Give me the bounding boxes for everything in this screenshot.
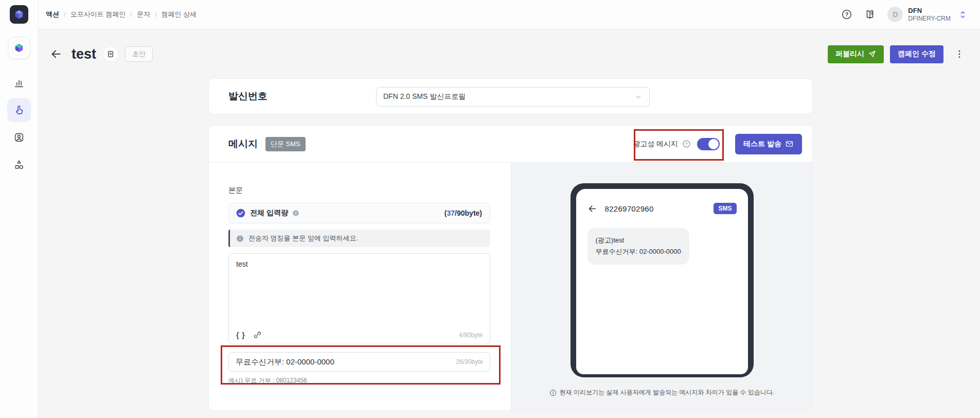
send-icon [868, 50, 876, 58]
breadcrumb-item-sms[interactable]: 문자 [137, 10, 150, 19]
ad-message-help-icon[interactable]: ? [682, 140, 691, 148]
shapes-icon [13, 159, 25, 170]
account-name: DFN [908, 7, 951, 15]
phone-mockup: 82269702960 SMS (광고)test 무료수신거부: 02-0000… [571, 183, 754, 377]
total-input-box: 전체 입력량 (37/90byte) [228, 203, 490, 223]
info-icon [236, 235, 244, 242]
message-body-textarea[interactable]: test [229, 254, 490, 322]
check-circle-icon [236, 208, 246, 218]
sender-profile-value: DFN 2.0 SMS 발신프로필 [383, 92, 466, 101]
svg-text:?: ? [845, 12, 848, 18]
breadcrumb-item-actions[interactable]: 액션 [46, 10, 59, 19]
sidebar [0, 0, 39, 418]
message-body-field: test { } 4/90byte [228, 253, 490, 344]
sender-number-card: 발신번호 DFN 2.0 SMS 발신프로필 [208, 78, 813, 114]
workspace-logo[interactable] [8, 37, 30, 59]
message-title: 메시지 [228, 137, 258, 151]
info-outline-icon [549, 389, 557, 396]
breadcrumb-item-offsite-campaign[interactable]: 오프사이트 캠페인 [70, 10, 126, 19]
info-icon[interactable] [292, 210, 299, 217]
preview-sender-number: 82269702960 [605, 204, 654, 213]
sender-name-notice-text: 전송자 명칭을 본문 앞에 입력하세요. [248, 234, 358, 243]
preview-message-bubble: (광고)test 무료수신거부: 02-0000-0000 [587, 228, 689, 265]
account-switcher[interactable]: D DFN DFINERY-CRM [887, 7, 967, 22]
message-card-header: 메시지 단문 SMS 광고성 메시지 ? 테스트 발송 [209, 126, 812, 163]
breadcrumb-separator: / [64, 11, 66, 19]
optout-field: 26/30byte [228, 352, 490, 372]
back-arrow-icon[interactable] [50, 48, 62, 60]
page-title: test [72, 46, 96, 62]
header-actions: 퍼블리시 캠페인 수정 [828, 45, 967, 63]
page-header: test 초안 퍼블리시 캠페인 수정 [50, 43, 967, 65]
envelope-icon [785, 140, 794, 148]
message-card: 메시지 단문 SMS 광고성 메시지 ? 테스트 발송 [208, 125, 813, 411]
body-byte-count: 4/90byte [459, 332, 483, 339]
chevron-updown-icon [959, 10, 967, 19]
avatar: D [887, 7, 903, 22]
sender-number-label: 발신번호 [228, 90, 268, 103]
sender-profile-select[interactable]: DFN 2.0 SMS 발신프로필 [376, 87, 650, 107]
preview-disclaimer-text: 현재 미리보기는 실제 사용자에게 발송되는 메시지와 차이가 있을 수 있습니… [560, 388, 774, 397]
cube-logo-icon [13, 9, 25, 20]
optout-input[interactable] [236, 358, 451, 367]
pointer-hand-icon [13, 104, 25, 116]
status-badge-draft: 초안 [125, 46, 153, 62]
test-send-button[interactable]: 테스트 발송 [735, 134, 802, 154]
breadcrumb-separator: / [130, 11, 132, 19]
phone-header: 82269702960 SMS [587, 203, 737, 214]
user-card-icon [13, 132, 25, 143]
topbar: 액션 / 오프사이트 캠페인 / 문자 / 캠페인 상세 ? D DFN DFI… [39, 0, 980, 29]
message-editor: 본문 전체 입력량 [209, 163, 511, 410]
breadcrumb: 액션 / 오프사이트 캠페인 / 문자 / 캠페인 상세 [46, 10, 197, 19]
message-type-badge: 단문 SMS [265, 137, 306, 151]
phone-back-arrow-icon [587, 204, 597, 214]
workspace-cube-icon [11, 40, 27, 56]
memo-icon[interactable] [103, 46, 118, 62]
textarea-toolbar: { } 4/90byte [236, 330, 483, 339]
publish-button[interactable]: 퍼블리시 [828, 45, 884, 63]
ad-message-label: 광고성 메시지 [633, 140, 678, 149]
sender-name-notice: 전송자 명칭을 본문 앞에 입력하세요. [228, 230, 490, 247]
help-icon[interactable]: ? [841, 9, 852, 20]
variable-insert-button[interactable]: { } [236, 331, 245, 339]
app-logo[interactable] [10, 5, 28, 24]
sidebar-item-components[interactable] [7, 153, 31, 177]
link-insert-icon[interactable] [253, 330, 262, 339]
bar-chart-icon [13, 77, 25, 89]
total-byte-count: (37/90byte) [444, 209, 482, 217]
topbar-right: ? D DFN DFINERY-CRM [841, 7, 967, 22]
sms-channel-badge: SMS [714, 203, 736, 214]
breadcrumb-separator: / [155, 11, 157, 19]
chevron-down-icon [634, 93, 643, 101]
kebab-menu-icon[interactable] [952, 46, 967, 62]
ad-message-toggle-group: 광고성 메시지 ? [633, 138, 720, 150]
ad-message-toggle[interactable] [697, 138, 720, 150]
preview-panel: 82269702960 SMS (광고)test 무료수신거부: 02-0000… [511, 163, 812, 410]
preview-message-line: (광고)test [596, 235, 681, 246]
docs-book-icon[interactable] [864, 9, 876, 20]
sidebar-item-actions[interactable] [7, 98, 31, 122]
optout-example-text: 예시) 무료 거부 : 080123456 [228, 376, 490, 385]
preview-disclaimer: 현재 미리보기는 실제 사용자에게 발송되는 메시지와 차이가 있을 수 있습니… [549, 388, 774, 397]
phone-screen: 82269702960 SMS (광고)test 무료수신거부: 02-0000… [576, 189, 748, 374]
total-input-label: 전체 입력량 [250, 208, 288, 218]
breadcrumb-item-campaign-detail[interactable]: 캠페인 상세 [162, 10, 197, 19]
edit-campaign-button[interactable]: 캠페인 수정 [890, 45, 943, 63]
sidebar-item-audience[interactable] [7, 126, 31, 149]
svg-text:?: ? [685, 142, 688, 146]
optout-section: 26/30byte 예시) 무료 거부 : 080123456 [228, 352, 490, 385]
message-card-body: 본문 전체 입력량 [209, 163, 812, 410]
sidebar-item-analytics[interactable] [7, 71, 31, 95]
sidebar-nav [7, 71, 31, 177]
body-label: 본문 [228, 186, 490, 195]
account-org: DFINERY-CRM [908, 15, 951, 22]
main-content: test 초안 퍼블리시 캠페인 수정 [39, 29, 980, 418]
preview-message-line: 무료수신거부: 02-0000-0000 [596, 246, 681, 257]
optout-byte-count: 26/30byte [456, 358, 483, 365]
